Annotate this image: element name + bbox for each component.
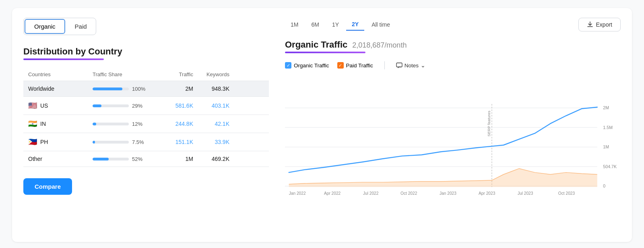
- chart-title: Organic Traffic: [285, 40, 347, 50]
- time-filter-1y[interactable]: 1Y: [326, 19, 345, 30]
- x-label-jul23: Jul 2023: [518, 191, 533, 196]
- pct-text: 29%: [132, 103, 147, 109]
- export-button[interactable]: Export: [578, 18, 621, 31]
- x-label-jan23: Jan 2023: [440, 191, 456, 196]
- table-header: Countries Traffic Share Traffic Keywords: [23, 68, 269, 81]
- country-cell: Other: [28, 156, 93, 162]
- legend-divider: [384, 61, 385, 69]
- table-row[interactable]: 🇵🇭PH7.5%151.1K33.9K: [23, 133, 269, 151]
- country-name: IN: [40, 121, 46, 127]
- col-countries: Countries: [28, 71, 93, 77]
- pct-text: 12%: [132, 121, 147, 127]
- tab-organic[interactable]: Organic: [25, 19, 65, 34]
- section-title: Distribution by Country: [23, 46, 269, 57]
- legend-organic: ✓ Organic Traffic: [285, 62, 329, 69]
- notes-button[interactable]: Notes ⌄: [396, 62, 425, 69]
- bar-fill: [93, 104, 101, 107]
- main-container: Organic Paid Distribution by Country Cou…: [12, 8, 632, 242]
- compare-button[interactable]: Compare: [23, 178, 72, 195]
- country-name: US: [40, 102, 48, 109]
- country-name: PH: [40, 139, 48, 145]
- time-filter-6m[interactable]: 6M: [305, 19, 324, 30]
- country-name: Worldwide: [28, 85, 54, 92]
- y-label-504k: 504.7K: [603, 164, 617, 169]
- chart-area: SERP features 2M 1.5M 1M 504.7K 0 Jan 20…: [285, 77, 621, 232]
- notes-label: Notes: [405, 63, 419, 69]
- pct-text: 100%: [132, 86, 147, 92]
- export-label: Export: [596, 21, 612, 28]
- legend-paid: ✓ Paid Traffic: [337, 62, 373, 69]
- col-traffic-share: Traffic Share: [93, 71, 157, 77]
- country-cell: 🇵🇭PH: [28, 138, 93, 146]
- col-traffic: Traffic: [157, 71, 193, 77]
- time-filter-group: 1M6M1Y2YAll time: [285, 19, 577, 31]
- export-icon: [587, 21, 593, 28]
- pct-text: 7.5%: [132, 139, 147, 145]
- country-cell: 🇺🇸US: [28, 101, 93, 110]
- chart-header: Organic Traffic 2,018,687/month ✓ Organi…: [285, 40, 621, 74]
- bar-cell: 12%: [93, 121, 157, 127]
- col-keywords: Keywords: [193, 71, 229, 77]
- chevron-down-icon: ⌄: [421, 62, 425, 69]
- country-cell: Worldwide: [28, 85, 93, 92]
- serp-label: SERP features: [487, 110, 491, 136]
- table-row[interactable]: Other52%1M469.2K: [23, 151, 269, 167]
- chart-purple-bar: [285, 52, 365, 53]
- chart-subtitle: 2,018,687/month: [352, 41, 407, 50]
- x-label-oct23: Oct 2023: [558, 191, 575, 196]
- flag-icon: 🇵🇭: [28, 138, 37, 146]
- keywords-value: 33.9K: [193, 139, 229, 145]
- bar-cell: 52%: [93, 156, 157, 162]
- traffic-value: 1M: [157, 156, 193, 162]
- bar-track: [93, 123, 129, 125]
- bar-fill: [93, 123, 96, 125]
- y-label-1m: 1M: [603, 144, 609, 149]
- table-row[interactable]: Worldwide100%2M948.3K: [23, 81, 269, 97]
- time-filter-2y[interactable]: 2Y: [346, 19, 364, 31]
- bar-track: [93, 141, 129, 144]
- organic-check-icon: ✓: [285, 62, 291, 69]
- keywords-value: 948.3K: [193, 85, 229, 92]
- country-cell: 🇮🇳IN: [28, 119, 93, 128]
- x-label-apr22: Apr 2022: [324, 191, 341, 196]
- organic-traffic-line: [289, 107, 597, 173]
- traffic-value: 581.6K: [157, 102, 193, 109]
- time-filter-all-time[interactable]: All time: [366, 19, 396, 30]
- x-label-jan22: Jan 2022: [289, 191, 306, 196]
- traffic-chart: SERP features 2M 1.5M 1M 504.7K 0 Jan 20…: [285, 77, 621, 232]
- purple-accent-bar: [23, 58, 104, 60]
- notes-icon: [396, 63, 402, 68]
- flag-icon: 🇮🇳: [28, 119, 37, 128]
- bar-cell: 29%: [93, 103, 157, 109]
- paid-traffic-area: [289, 169, 597, 187]
- tab-switcher: Organic Paid: [23, 18, 96, 35]
- svg-rect-0: [396, 63, 402, 67]
- y-label-1.5m: 1.5M: [603, 125, 613, 130]
- bar-track: [93, 158, 129, 160]
- bar-fill: [93, 141, 95, 144]
- organic-label: Organic Traffic: [294, 63, 329, 69]
- time-nav: 1M6M1Y2YAll time Export: [285, 18, 621, 31]
- table-row[interactable]: 🇮🇳IN12%244.8K42.1K: [23, 115, 269, 133]
- table-row[interactable]: 🇺🇸US29%581.6K403.1K: [23, 97, 269, 115]
- paid-check-icon: ✓: [337, 62, 344, 69]
- bar-cell: 7.5%: [93, 139, 157, 145]
- keywords-value: 469.2K: [193, 156, 229, 162]
- bar-track: [93, 104, 129, 107]
- time-filter-1m[interactable]: 1M: [285, 19, 304, 30]
- x-label-oct22: Oct 2022: [400, 191, 417, 196]
- keywords-value: 42.1K: [193, 121, 229, 127]
- bar-track: [93, 88, 129, 90]
- y-label-2m: 2M: [603, 106, 609, 110]
- bar-fill: [93, 88, 122, 90]
- x-label-apr23: Apr 2023: [479, 191, 495, 196]
- pct-text: 52%: [132, 156, 147, 162]
- right-panel: 1M6M1Y2YAll time Export Organic Traffic …: [285, 18, 621, 232]
- left-panel: Organic Paid Distribution by Country Cou…: [23, 18, 269, 232]
- x-label-jul22: Jul 2022: [363, 191, 379, 196]
- tab-paid[interactable]: Paid: [66, 18, 96, 35]
- chart-legend: ✓ Organic Traffic ✓ Paid Traffic Notes ⌄: [285, 61, 621, 69]
- country-name: Other: [28, 156, 42, 162]
- keywords-value: 403.1K: [193, 102, 229, 109]
- traffic-value: 244.8K: [157, 121, 193, 127]
